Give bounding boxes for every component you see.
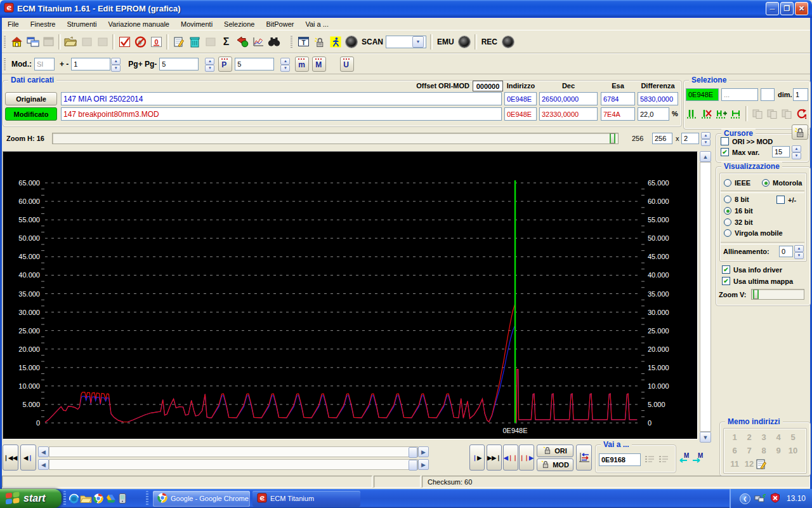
originale-file-field[interactable]: 147 MIA ORI 25022014 — [61, 92, 502, 105]
mod-field[interactable]: SI — [34, 58, 55, 70]
page-step-field[interactable]: 5 — [159, 58, 199, 70]
plusminus-option[interactable]: +/- — [776, 196, 796, 204]
ori-mod-checkbox[interactable] — [721, 137, 729, 145]
restore-button[interactable]: ❐ — [780, 2, 794, 15]
bit32-option[interactable]: 32 bit — [724, 218, 753, 226]
mod-lock-button[interactable]: MOD — [537, 458, 573, 471]
zoom-h-slider[interactable] — [52, 133, 619, 144]
open-file-button[interactable] — [63, 34, 79, 50]
home-button[interactable] — [9, 34, 25, 50]
usa-info-checkbox[interactable] — [722, 265, 730, 274]
motorola-radio[interactable] — [762, 179, 769, 187]
apply-check-button[interactable] — [117, 34, 133, 50]
virgola-option[interactable]: Virgola mobile — [724, 229, 783, 237]
scrollbar-bottom-track[interactable] — [49, 459, 418, 470]
ori-mod-option[interactable]: ORI >> MOD — [721, 137, 773, 145]
menu-item-file[interactable]: File — [2, 19, 25, 29]
menu-item-bitpower[interactable]: BitPower — [260, 19, 299, 29]
originale-differenza-field[interactable]: 5830,0000 — [638, 92, 678, 105]
task-ecm-titanium[interactable]: ECM Titanium — [252, 491, 360, 507]
graph-view-button[interactable] — [250, 34, 266, 50]
delete-button[interactable] — [187, 34, 202, 50]
bit16-option[interactable]: 16 bit — [724, 207, 753, 215]
menu-item-vai-a[interactable]: Vai a ... — [299, 19, 334, 29]
nav-prev-button[interactable]: ◀❘ — [20, 444, 36, 471]
scrollbar-bottom-right-arrow[interactable]: ▶ — [418, 459, 429, 470]
next-diff-button[interactable]: ❘❘▶ — [519, 444, 534, 471]
network-icon[interactable] — [754, 493, 766, 504]
modificato-indirizzo-field[interactable]: 0E948E — [504, 107, 537, 121]
scrollbar-bottom-left-arrow[interactable]: ◀ — [38, 459, 49, 470]
drive-icon[interactable] — [104, 491, 116, 505]
minimize-button[interactable]: ─ — [766, 2, 779, 15]
scrollbar-top-left-arrow[interactable]: ◀ — [38, 446, 49, 457]
page-step-spinner[interactable]: ▲▼ — [205, 58, 214, 70]
scrollbar-top-track[interactable] — [49, 446, 418, 457]
phone-icon[interactable] — [116, 491, 128, 505]
max-var-option[interactable]: Max var. — [721, 148, 759, 156]
lock-button[interactable] — [792, 124, 808, 140]
modificato-differenza-field[interactable]: 22,0 — [638, 107, 669, 121]
step-forward-button[interactable]: ❘▶ — [469, 444, 485, 471]
usa-mappa-option[interactable]: Usa ultima mappa — [722, 277, 793, 285]
messenger-icon[interactable] — [68, 491, 80, 505]
originale-esa-field[interactable]: 6784 — [601, 92, 635, 105]
bit8-radio[interactable] — [724, 196, 731, 203]
table-view-button[interactable]: T — [296, 34, 311, 50]
selezione-count-field[interactable] — [761, 88, 775, 101]
nav-first-button[interactable]: ❘◀◀ — [3, 444, 18, 471]
jump-end-button[interactable]: ▶▶❘ — [487, 444, 502, 471]
menu-item-movimenti[interactable]: Movimenti — [175, 19, 218, 29]
search-button[interactable] — [266, 34, 282, 50]
map-prev-icon[interactable]: M — [678, 452, 690, 464]
originale-dec-field[interactable]: 26500,0000 — [539, 92, 598, 105]
chart-scroll-down[interactable]: ▼ — [700, 432, 711, 443]
max-var-spinner[interactable]: ▲▼ — [792, 145, 801, 158]
zoom-h-page-field[interactable]: 256 — [652, 133, 672, 144]
scrollbar-top-right-arrow[interactable]: ▶ — [418, 446, 429, 457]
selection-width-button[interactable] — [729, 105, 743, 122]
zoom-h-mult-spinner[interactable]: ▲▼ — [701, 132, 710, 145]
toolbar-grip[interactable] — [4, 57, 6, 71]
max-value-button[interactable]: M — [312, 57, 326, 72]
bit32-radio[interactable] — [724, 218, 731, 226]
usa-info-option[interactable]: Usa info driver — [722, 265, 782, 274]
percent-mode-button[interactable]: P — [218, 57, 232, 72]
security-shield-icon[interactable] — [770, 493, 780, 504]
scan-select[interactable]: ▼ — [386, 36, 426, 48]
close-button[interactable]: ✕ — [795, 2, 808, 15]
originale-indirizzo-field[interactable]: 0E948E — [504, 92, 537, 105]
start-button[interactable]: start — [0, 489, 62, 508]
selection-delete-button[interactable] — [700, 105, 714, 122]
dim-field[interactable]: 1 — [793, 88, 808, 101]
ori-lock-button[interactable]: ORI — [537, 444, 573, 457]
modificato-dec-field[interactable]: 32330,0000 — [539, 107, 598, 121]
map-next-icon[interactable]: M — [691, 452, 704, 464]
folder-icon[interactable] — [80, 491, 92, 505]
chrome-icon[interactable] — [92, 491, 104, 505]
undo-button[interactable]: U — [340, 57, 354, 72]
zoom-h-mult-field[interactable]: 2 — [681, 133, 699, 144]
modificato-esa-field[interactable]: 7E4A — [601, 107, 635, 121]
discard-changes-button[interactable]: 0 — [133, 34, 148, 50]
chart-vertical-scrollbar[interactable] — [700, 162, 711, 432]
step-spinner[interactable]: ▲▼ — [111, 58, 121, 70]
cascade-windows-button[interactable] — [25, 34, 41, 50]
usa-mappa-checkbox[interactable] — [722, 277, 730, 285]
zero-values-button[interactable]: 0 — [148, 34, 164, 50]
tray-collapse-icon[interactable]: ❮ — [740, 493, 750, 504]
chart-scroll-up[interactable]: ▲ — [700, 151, 711, 162]
zoom-v-slider-handle[interactable] — [753, 290, 759, 299]
menu-item-finestre[interactable]: Finestre — [25, 19, 62, 29]
allineamento-spinner[interactable]: ▲▼ — [794, 245, 804, 258]
modificato-file-field[interactable]: 147 breakpoint80mm3.MOD — [61, 107, 502, 121]
menu-item-strumenti[interactable]: Strumenti — [61, 19, 102, 29]
menu-item-variazione-manuale[interactable]: Variazione manuale — [103, 19, 175, 29]
selezione-addr-field[interactable]: 0E948E — [686, 88, 719, 101]
toolbar-grip[interactable] — [291, 35, 292, 49]
percent-field[interactable]: 5 — [235, 58, 274, 70]
refresh-button[interactable] — [794, 105, 808, 122]
toolbar-grip[interactable] — [4, 35, 6, 49]
selezione-range-field[interactable]: ... — [721, 88, 758, 101]
selection-start-button[interactable] — [685, 105, 699, 122]
